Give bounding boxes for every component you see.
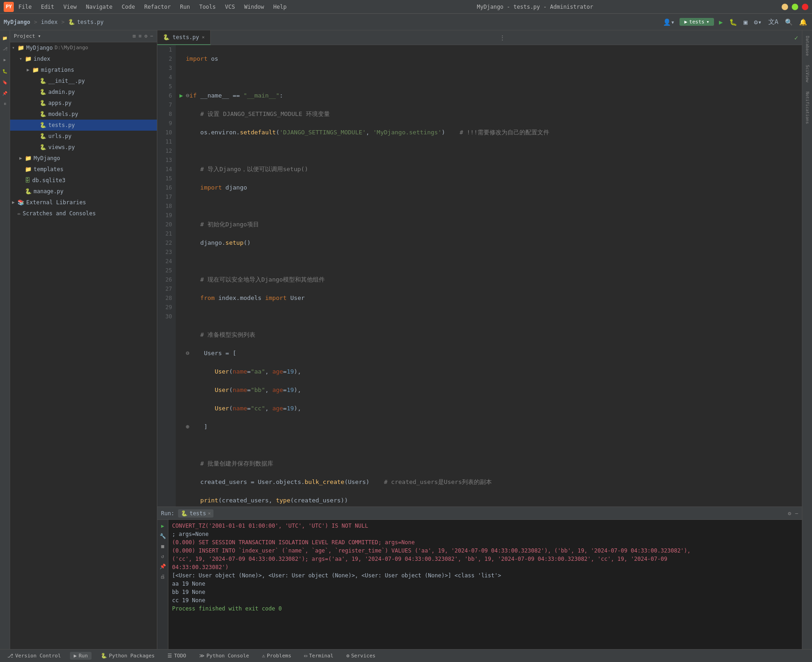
tab-todo[interactable]: ☰ TODO [164, 652, 190, 660]
tree-filter-icon[interactable]: ⚙ [144, 33, 148, 39]
expand-all-icon[interactable]: ⊞ [133, 33, 136, 39]
tree-apps-py[interactable]: 🐍 apps.py [10, 98, 157, 109]
sidebar-database[interactable]: Database [805, 32, 810, 59]
code-line-6 [179, 146, 798, 155]
py-icon-init: 🐍 [40, 76, 46, 86]
notification-icon[interactable]: 🔔 [798, 17, 808, 27]
tree-db-sqlite3[interactable]: 🗄 db.sqlite3 [10, 175, 157, 186]
tab-icon-tests: 🐍 [163, 34, 170, 40]
editor-tabs-overflow-menu[interactable]: ⋮ [496, 35, 509, 41]
activity-project[interactable]: 📁 [0, 33, 10, 42]
activity-run[interactable]: ▶ [0, 55, 10, 64]
tree-settings-icon[interactable]: − [150, 33, 153, 39]
tab-label-version-control: Version Control [15, 653, 61, 659]
tab-version-control[interactable]: ⎇ Version Control [4, 652, 64, 660]
run-sidebar: ▶ 🔧 ■ ↺ 📌 🖨 [157, 520, 168, 649]
search-icon[interactable]: 🔍 [783, 17, 794, 27]
root-path: D:\MyDjango [55, 43, 88, 52]
tab-label-problems: Problems [267, 653, 291, 659]
run-button[interactable]: ▶ tests ▾ [680, 18, 714, 26]
tree-index-folder[interactable]: ▾ 📁 index [10, 53, 157, 64]
run-minimize-icon[interactable]: − [795, 510, 798, 517]
run-stop-btn[interactable]: ■ [159, 542, 167, 550]
menu-run[interactable]: Run [178, 3, 192, 11]
menu-refactor[interactable]: Refactor [142, 3, 173, 11]
menu-edit[interactable]: Edit [39, 3, 56, 11]
tree-scratches[interactable]: ✏ Scratches and Consoles [10, 208, 157, 219]
run-wrench-btn[interactable]: 🔧 [159, 532, 167, 540]
menu-code[interactable]: Code [120, 3, 137, 11]
tree-urls-py[interactable]: 🐍 urls.py [10, 131, 157, 142]
run-pin-btn[interactable]: 📌 [159, 562, 167, 570]
editor-tabs: 🐍 tests.py ✕ ⋮ ✓ [157, 30, 802, 45]
toolbar-project[interactable]: MyDjango [4, 19, 30, 25]
activity-pin[interactable]: 📌 [0, 88, 10, 98]
run-print-btn[interactable]: 🖨 [159, 572, 167, 581]
tab-problems[interactable]: ⚠ Problems [258, 652, 295, 660]
python-packages-icon: 🐍 [101, 653, 107, 659]
run-output[interactable]: CONVERT_TZ('2001-01-01 01:00:00', 'UTC',… [168, 520, 802, 649]
code-content[interactable]: import os ▶⊖if __name__ == "__main__": #… [176, 45, 802, 507]
tree-admin-py[interactable]: 🐍 admin.py [10, 86, 157, 98]
tab-terminal[interactable]: ▭ Terminal [300, 652, 337, 660]
run-tab-close[interactable]: ✕ [208, 511, 211, 516]
scratches-icon: ✏ [17, 209, 21, 218]
window-controls[interactable] [782, 4, 808, 10]
toolbar-file[interactable]: 🐍 tests.py [68, 19, 104, 25]
run-tab-tests[interactable]: 🐍 tests ✕ [178, 509, 213, 518]
activity-debug[interactable]: 🐛 [0, 66, 10, 75]
menu-vcs[interactable]: VCS [223, 3, 237, 11]
activity-vcs[interactable]: ⎇ [0, 44, 10, 53]
project-dropdown-icon[interactable]: ▾ [38, 33, 41, 39]
code-line-10: # 初始化Django项目 [179, 220, 798, 229]
run-play-icon[interactable]: ▶ [718, 17, 724, 27]
menu-file[interactable]: File [17, 3, 34, 11]
tab-python-console[interactable]: ≫ Python Console [196, 652, 253, 660]
python-console-icon: ≫ [199, 653, 205, 659]
sidebar-notifications[interactable]: Notifications [805, 88, 810, 127]
run-play-btn[interactable]: ▶ [159, 522, 167, 530]
run-settings-icon[interactable]: ⚙ [788, 510, 791, 517]
tab-services[interactable]: ⚙ Services [343, 652, 380, 660]
collapse-all-icon[interactable]: ≡ [138, 33, 142, 39]
menu-view[interactable]: View [62, 3, 79, 11]
output-line-5: ('cc', 19, '2024-07-09 04:33:00.323082')… [172, 555, 798, 563]
tree-mydjango-sub[interactable]: ▶ 📁 MyDjango [10, 153, 157, 164]
code-line-4: # 设置 DJANGO_SETTINGS_MODULE 环境变量 [179, 109, 798, 119]
settings-icon[interactable]: ⚙▾ [753, 17, 763, 27]
tab-close-tests[interactable]: ✕ [202, 35, 205, 40]
tree-views-py[interactable]: 🐍 views.py [10, 142, 157, 153]
file-tree-content: ▾ 📁 MyDjango D:\MyDjango ▾ 📁 index ▶ 📁 m… [10, 42, 157, 649]
menu-help[interactable]: Help [271, 3, 288, 11]
translate-icon[interactable]: 文A [767, 17, 780, 28]
user-icon[interactable]: 👤▾ [662, 17, 676, 27]
tree-root[interactable]: ▾ 📁 MyDjango D:\MyDjango [10, 42, 157, 53]
toolbar-filename: tests.py [77, 19, 104, 25]
close-button[interactable] [802, 4, 808, 10]
tree-external-libs[interactable]: ▶ 📚 External Libraries [10, 197, 157, 208]
tree-models-py[interactable]: 🐍 models.py [10, 109, 157, 120]
tree-manage-py[interactable]: 🐍 manage.py [10, 186, 157, 197]
run-rerun-btn[interactable]: ↺ [159, 552, 167, 560]
maximize-button[interactable] [792, 4, 798, 10]
tree-templates[interactable]: 📁 templates [10, 164, 157, 175]
tab-python-packages[interactable]: 🐍 Python Packages [97, 652, 158, 660]
menu-window[interactable]: Window [242, 3, 266, 11]
debug-icon[interactable]: 🐛 [728, 17, 738, 27]
tree-init-py[interactable]: 🐍 __init__.py [10, 75, 157, 86]
tab-tests-py[interactable]: 🐍 tests.py ✕ [157, 30, 211, 45]
menu-tools[interactable]: Tools [197, 3, 218, 11]
code-editor[interactable]: 12345 678910 1112131415 1617181920 21222… [157, 45, 802, 507]
tree-tests-py[interactable]: 🐍 tests.py [10, 120, 157, 131]
folder-icon-templates: 📁 [25, 165, 32, 174]
menu-navigate[interactable]: Navigate [84, 3, 115, 11]
sidebar-sciview[interactable]: SciView [805, 61, 810, 86]
activity-bookmark[interactable]: 🔖 [0, 77, 10, 86]
menu-bar[interactable]: File Edit View Navigate Code Refactor Ru… [17, 3, 288, 11]
coverage-icon[interactable]: ▣ [742, 17, 749, 27]
tree-migrations[interactable]: ▶ 📁 migrations [10, 64, 157, 75]
tab-run[interactable]: ▶ Run [70, 652, 92, 660]
toolbar-index[interactable]: index [41, 19, 58, 25]
minimize-button[interactable] [782, 4, 788, 10]
activity-structure[interactable]: ≡ [0, 99, 10, 109]
